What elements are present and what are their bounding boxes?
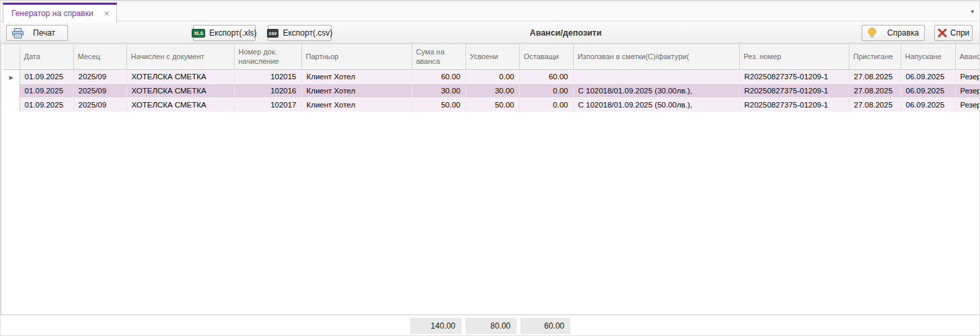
tab-report-generator[interactable]: Генератор на справки × xyxy=(3,3,117,23)
report-generator-window: Генератор на справки × ▾ Печат XLS Експо… xyxy=(0,0,980,336)
cell-advance[interactable]: 60.00 xyxy=(412,70,465,84)
results-grid: Дата Месец Начислен с документ Номер док… xyxy=(1,44,980,314)
cell-used[interactable]: 30.00 xyxy=(465,84,519,98)
cell-date[interactable]: 01.09.2025 xyxy=(20,98,73,112)
print-button-label: Печат xyxy=(33,28,55,38)
table-row[interactable]: ▶ 01.09.2025 2025/09 ХОТЕЛСКА СМЕТКА 102… xyxy=(3,70,980,84)
row-indicator-header[interactable] xyxy=(3,44,20,70)
cell-doc-number[interactable]: 102017 xyxy=(234,98,301,112)
cell-departure[interactable]: 06.09.2025 xyxy=(901,70,955,84)
help-button-label: Справка xyxy=(887,28,919,38)
cell-used-in[interactable]: С 102018/01.09.2025 (50.00лв.), xyxy=(573,98,739,112)
cell-partner[interactable]: Клиент Хотел xyxy=(301,98,412,112)
cell-month[interactable]: 2025/09 xyxy=(73,70,126,84)
help-report-button[interactable]: Справка xyxy=(862,25,925,41)
table-row[interactable]: 01.09.2025 2025/09 ХОТЕЛСКА СМЕТКА 10201… xyxy=(3,98,980,112)
cell-doc-number[interactable]: 102016 xyxy=(234,84,301,98)
cell-advance-type[interactable]: Резервация xyxy=(955,84,980,98)
cell-remaining[interactable]: 60.00 xyxy=(519,70,573,84)
cell-partner[interactable]: Клиент Хотел xyxy=(301,70,412,84)
report-title: Аванси/депозити xyxy=(492,28,640,38)
cell-advance[interactable]: 50.00 xyxy=(412,98,465,112)
printer-icon xyxy=(12,28,24,38)
col-header-used-in[interactable]: Използван в сметки(С)/фактури( xyxy=(573,44,739,70)
print-button[interactable]: Печат xyxy=(6,25,68,41)
cell-departure[interactable]: 06.09.2025 xyxy=(901,98,955,112)
totals-footer: 140.00 80.00 60.00 xyxy=(1,314,980,336)
cell-res-number[interactable]: R20250827375-01209-1 xyxy=(739,70,849,84)
cell-date[interactable]: 01.09.2025 xyxy=(20,84,73,98)
tab-overflow-dropdown-icon[interactable]: ▾ xyxy=(971,9,974,15)
cell-used-in[interactable]: С 102018/01.09.2025 (30.00лв.), xyxy=(573,84,739,98)
cell-date[interactable]: 01.09.2025 xyxy=(20,70,73,84)
cell-document[interactable]: ХОТЕЛСКА СМЕТКА xyxy=(126,98,234,112)
col-header-partner[interactable]: Партньор xyxy=(301,44,412,70)
col-header-doc-number[interactable]: Номер док. начисление xyxy=(234,44,301,70)
col-header-month[interactable]: Месец xyxy=(73,44,126,70)
stop-button[interactable]: Спри xyxy=(934,25,973,41)
cell-document[interactable]: ХОТЕЛСКА СМЕТКА xyxy=(126,70,234,84)
csv-file-icon: csv xyxy=(267,29,279,38)
cell-arrival[interactable]: 27.08.2025 xyxy=(849,70,901,84)
cell-doc-number[interactable]: 102015 xyxy=(234,70,301,84)
cell-departure[interactable]: 06.09.2025 xyxy=(901,84,955,98)
cell-advance-type[interactable]: Резервация xyxy=(955,98,980,112)
col-header-res-number[interactable]: Рез. номер xyxy=(739,44,849,70)
cell-month[interactable]: 2025/09 xyxy=(73,98,126,112)
cell-used-in[interactable] xyxy=(573,70,739,84)
col-header-used[interactable]: Усвоени xyxy=(465,44,519,70)
lightbulb-icon xyxy=(868,28,876,38)
tab-strip: Генератор на справки × ▾ xyxy=(1,1,980,22)
col-header-remaining[interactable]: Оставащи xyxy=(519,44,573,70)
cell-used[interactable]: 0.00 xyxy=(465,70,519,84)
cell-res-number[interactable]: R20250827375-01209-1 xyxy=(739,98,849,112)
total-used: 80.00 xyxy=(465,318,517,334)
total-advance-amount: 140.00 xyxy=(410,318,461,334)
cell-partner[interactable]: Клиент Хотел xyxy=(301,84,412,98)
tab-label: Генератор на справки xyxy=(11,9,93,18)
cell-document[interactable]: ХОТЕЛСКА СМЕТКА xyxy=(126,84,234,98)
red-x-icon xyxy=(938,28,947,38)
cell-res-number[interactable]: R20250827375-01209-1 xyxy=(739,84,849,98)
header-row: Дата Месец Начислен с документ Номер док… xyxy=(3,44,980,70)
cell-arrival[interactable]: 27.08.2025 xyxy=(849,84,901,98)
col-header-arrival[interactable]: Пристигане xyxy=(849,44,901,70)
cell-remaining[interactable]: 0.00 xyxy=(519,98,573,112)
col-header-document[interactable]: Начислен с документ xyxy=(126,44,234,70)
export-xls-label: Експорт(.xls) xyxy=(209,28,256,38)
table-row[interactable]: 01.09.2025 2025/09 ХОТЕЛСКА СМЕТКА 10201… xyxy=(3,84,980,98)
col-header-advance-amount[interactable]: Сума на аванса xyxy=(412,44,465,70)
tab-close-icon[interactable]: × xyxy=(104,9,110,18)
cell-remaining[interactable]: 0.00 xyxy=(519,84,573,98)
export-csv-label: Експорт(.csv) xyxy=(282,28,332,38)
cell-used[interactable]: 50.00 xyxy=(465,98,519,112)
toolbar: Печат XLS Експорт(.xls) csv Експорт(.csv… xyxy=(1,22,980,44)
stop-button-label: Спри xyxy=(950,28,970,38)
cell-advance[interactable]: 30.00 xyxy=(412,84,465,98)
xls-file-icon: XLS xyxy=(192,29,205,38)
col-header-date[interactable]: Дата xyxy=(20,44,73,70)
cell-month[interactable]: 2025/09 xyxy=(73,84,126,98)
row-indicator-cell: ▶ xyxy=(3,70,20,84)
row-indicator-cell xyxy=(3,98,20,112)
total-remaining: 60.00 xyxy=(521,318,570,334)
cell-advance-type[interactable]: Резервация xyxy=(955,70,980,84)
results-table: Дата Месец Начислен с документ Номер док… xyxy=(3,44,980,112)
row-indicator-cell xyxy=(3,84,20,98)
export-csv-button[interactable]: csv Експорт(.csv) xyxy=(268,25,332,41)
cell-arrival[interactable]: 27.08.2025 xyxy=(849,98,901,112)
col-header-departure[interactable]: Напускане xyxy=(901,44,955,70)
export-xls-button[interactable]: XLS Експорт(.xls) xyxy=(193,25,256,41)
current-row-indicator-icon: ▶ xyxy=(9,75,13,81)
col-header-advance-type[interactable]: Аванс xyxy=(955,44,980,70)
